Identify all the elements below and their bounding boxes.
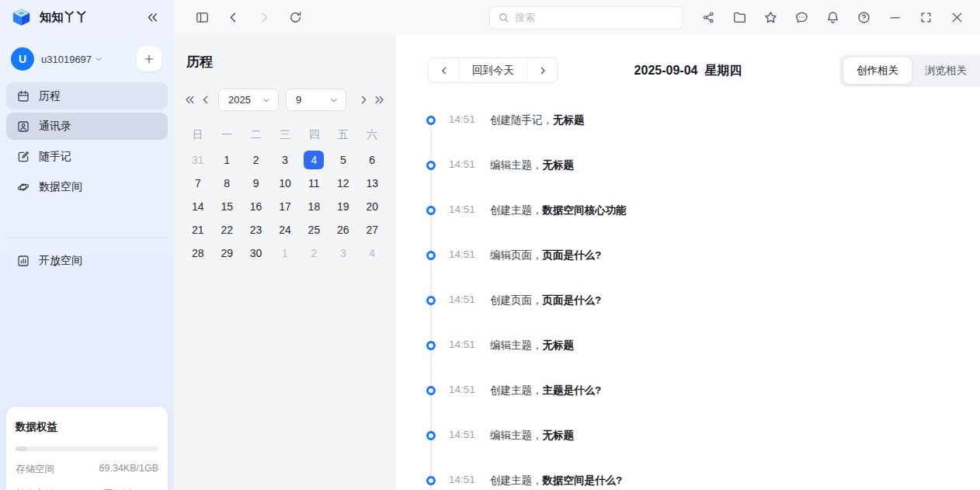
timeline-entry[interactable]: 14:51创建主题，数据空间是什么? [396,471,980,490]
sidebar-item-openspace[interactable]: 开放空间 [6,247,168,274]
calendar-day[interactable]: 29 [213,242,242,265]
calendar-day[interactable]: 11 [300,172,328,195]
calendar-day[interactable]: 12 [328,172,357,195]
calendar-day[interactable]: 21 [183,218,212,242]
calendar-day[interactable]: 30 [242,242,270,265]
calendar-day[interactable]: 13 [357,172,386,195]
calendar-day[interactable]: 6 [357,148,386,172]
timeline-entry[interactable]: 14:51编辑主题，无标题 [396,156,980,201]
calendar-day[interactable]: 24 [270,218,299,242]
share-icon[interactable] [700,10,716,26]
day-nav-group: 回到今天 [428,57,558,83]
forward-button[interactable] [256,10,272,26]
timeline-text: 创建随手记，无标题 [490,113,585,127]
prev-month-icon[interactable] [199,93,212,107]
calendar-day[interactable]: 15 [213,195,242,218]
chevron-down-icon [262,96,271,105]
timeline-entry[interactable]: 14:51编辑页面，页面是什么? [396,246,980,291]
calendar-day[interactable]: 14 [183,195,212,218]
timeline-entry[interactable]: 14:51创建主题，数据空间核心功能 [396,201,980,246]
back-to-today-button[interactable]: 回到今天 [459,58,527,82]
calendar-day[interactable]: 3 [270,148,299,172]
calendar-day[interactable]: 7 [183,172,212,195]
calendar-day[interactable]: 2 [242,148,270,172]
sidebar-item-note[interactable]: 随手记 [6,143,168,170]
calendar-day[interactable]: 1 [213,148,242,172]
calendar-day[interactable]: 31 [183,148,212,172]
timeline-time: 14:51 [449,248,475,260]
back-button[interactable] [225,10,241,26]
next-day-button[interactable] [527,58,558,82]
timeline-entry[interactable]: 14:51创建随手记，无标题 [396,111,980,156]
user-name-dropdown[interactable]: u31019697 [41,54,103,65]
calendar-day[interactable]: 20 [357,195,386,218]
sidebar-nav: 历程通讯录随手记数据空间 [0,81,174,203]
timeline-bullet-icon [426,476,436,485]
timeline-text: 编辑主题，无标题 [490,158,574,172]
calendar-day[interactable]: 3 [328,242,357,265]
year-select[interactable]: 2025 [218,89,279,111]
timeline-entry[interactable]: 14:51创建主题，主题是什么? [396,381,980,426]
avatar[interactable]: U [11,47,34,71]
user-row: U u31019697 [0,34,174,81]
quota-row: 存储空间69.34KB/1GB [16,463,158,476]
tab-active[interactable]: 创作相关 [843,57,912,84]
next-month-icon[interactable] [357,93,370,107]
timeline-bullet-icon [426,161,436,170]
favorite-star-icon[interactable] [763,10,778,26]
calendar-day[interactable]: 8 [213,172,242,195]
close-icon[interactable] [949,10,964,26]
help-icon[interactable] [856,10,871,26]
sidebar-item-calendar[interactable]: 历程 [6,82,168,109]
calendar-day[interactable]: 4 [357,242,386,265]
timeline-time: 14:51 [449,429,475,440]
calendar-day[interactable]: 17 [270,195,299,218]
timeline-entry[interactable]: 14:51创建页面，页面是什么? [396,291,980,336]
sidebar-collapse-icon[interactable] [143,8,162,26]
calendar-day[interactable]: 9 [242,172,270,195]
user-name: u31019697 [41,54,92,65]
notifications-bell-icon[interactable] [825,10,840,26]
calendar-grid: 日一二三四五六311234567891011121314151617181920… [183,124,387,265]
calendar-day[interactable]: 22 [213,218,242,242]
calendar-day[interactable]: 23 [242,218,270,242]
feedback-comment-icon[interactable] [794,10,809,26]
sidebar-item-contacts[interactable]: 通讯录 [6,113,168,140]
calendar-day[interactable]: 25 [300,218,328,242]
calendar-day[interactable]: 2 [300,242,328,265]
tab-inactive[interactable]: 浏览相关 [912,57,980,84]
month-select[interactable]: 9 [286,89,346,111]
prev-year-icon[interactable] [183,93,196,107]
timeline-entry[interactable]: 14:51编辑主题，无标题 [396,426,980,471]
calendar-day[interactable]: 26 [328,218,357,242]
calendar-day[interactable]: 18 [300,195,328,218]
calendar-day[interactable]: 19 [328,195,357,218]
timeline-time: 14:51 [449,384,475,395]
timeline-time: 14:51 [449,158,475,170]
sidebar-item-label: 通讯录 [39,120,71,134]
calendar-day[interactable]: 5 [328,148,357,172]
calendar-day[interactable]: 4 [300,148,328,172]
folder-icon[interactable] [732,10,747,26]
calendar-weekday: 六 [357,124,386,146]
maximize-icon[interactable] [918,10,933,26]
calendar-day[interactable]: 1 [270,242,299,265]
calendar-day[interactable]: 16 [242,195,270,218]
minimize-icon[interactable] [887,10,902,26]
layout-toggle-icon[interactable] [194,10,210,26]
calendar-day[interactable]: 28 [183,242,212,265]
search-input[interactable] [515,12,675,23]
timeline-time: 14:51 [449,474,475,485]
calendar-day[interactable]: 27 [357,218,386,242]
refresh-icon[interactable] [287,10,303,26]
search-box[interactable] [489,6,683,30]
year-select-value: 2025 [228,94,251,106]
sidebar-item-dataspace[interactable]: 数据空间 [6,173,168,200]
note-icon [16,150,30,164]
calendar-day[interactable]: 10 [270,172,299,195]
timeline-panel: 回到今天 2025-09-04 星期四 创作相关浏览相关 14:51创建随手记，… [396,35,980,490]
add-button[interactable] [137,47,162,71]
timeline-entry[interactable]: 14:51编辑主题，无标题 [396,336,980,381]
next-year-icon[interactable] [373,93,386,107]
prev-day-button[interactable] [429,58,459,82]
